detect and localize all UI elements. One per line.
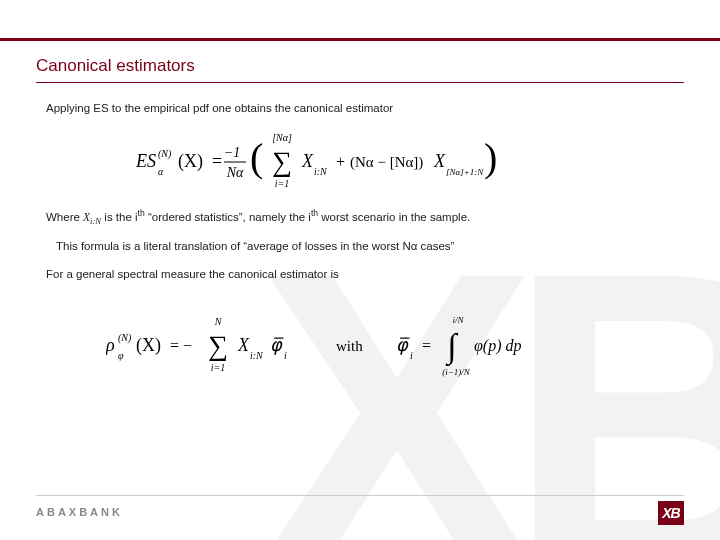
svg-text:α: α: [158, 166, 164, 177]
top-divider: [0, 38, 720, 41]
formula-rho-svg: ρ (N) φ (X) = − N ∑ i=1 X i:N φ̅ i with: [106, 309, 586, 379]
svg-text:i:N: i:N: [314, 166, 328, 177]
svg-text:i: i: [410, 350, 413, 361]
svg-text:(N): (N): [158, 148, 172, 160]
svg-text:φ: φ: [118, 350, 124, 361]
slide-title: Canonical estimators: [36, 56, 195, 76]
translation-line: This formula is a literal translation of…: [46, 238, 674, 255]
svg-text:φ(p) dp: φ(p) dp: [474, 337, 522, 355]
svg-text:(X): (X): [136, 335, 161, 356]
svg-text:N: N: [214, 316, 223, 327]
footer-divider: [36, 495, 684, 496]
svg-text:(X): (X): [178, 151, 203, 172]
svg-text:X: X: [237, 335, 250, 355]
svg-text:i=1: i=1: [275, 178, 290, 189]
title-underline: [36, 82, 684, 83]
footer-badge-icon: XB: [658, 501, 684, 525]
svg-text:[Nα]: [Nα]: [272, 132, 292, 143]
svg-text:i:N: i:N: [250, 350, 264, 361]
svg-text:X: X: [301, 151, 314, 171]
svg-text:= −: = −: [170, 337, 192, 354]
footer-brand: ABAXBANK: [36, 506, 123, 518]
svg-text:ES: ES: [136, 151, 156, 171]
svg-text:∫: ∫: [445, 327, 459, 367]
svg-text:Nα: Nα: [226, 165, 244, 180]
svg-text:(: (: [250, 135, 263, 180]
formula-es-svg: ES (N) α (X) = −1 Nα ( [Nα] ∑ i=1 X: [136, 127, 496, 193]
svg-text:i: i: [284, 350, 287, 361]
svg-text:(N): (N): [118, 332, 132, 344]
svg-text:=: =: [422, 337, 431, 354]
svg-text:i=1: i=1: [211, 362, 226, 373]
svg-text:(Nα − [Nα]): (Nα − [Nα]): [350, 154, 423, 171]
svg-text:X: X: [433, 151, 446, 171]
slide: XB Canonical estimators Applying ES to t…: [0, 0, 720, 540]
slide-body: Applying ES to the empirical pdf one obt…: [46, 100, 674, 393]
svg-text:−1: −1: [224, 145, 240, 160]
formula-rho: ρ (N) φ (X) = − N ∑ i=1 X i:N φ̅ i with: [46, 309, 674, 379]
svg-text:with: with: [336, 338, 363, 354]
svg-text:+: +: [336, 153, 345, 170]
intro-line: Applying ES to the empirical pdf one obt…: [46, 100, 674, 117]
svg-text:ρ: ρ: [106, 335, 115, 355]
svg-text:i/N: i/N: [452, 315, 464, 325]
general-spectral-line: For a general spectral measure the canon…: [46, 266, 674, 283]
svg-text:∑: ∑: [272, 146, 292, 177]
ordered-stats-line: Where Xi:N is the ith “ordered statistic…: [46, 207, 674, 228]
svg-text:(i−1)/N: (i−1)/N: [442, 367, 471, 377]
svg-text:φ̅: φ̅: [396, 335, 410, 355]
formula-es: ES (N) α (X) = −1 Nα ( [Nα] ∑ i=1 X: [46, 127, 674, 193]
svg-text:[Nα]+1:N: [Nα]+1:N: [446, 167, 484, 177]
svg-text:=: =: [212, 151, 222, 171]
svg-text:φ̅: φ̅: [270, 335, 284, 355]
svg-text:∑: ∑: [208, 330, 228, 361]
svg-text:): ): [484, 135, 496, 180]
